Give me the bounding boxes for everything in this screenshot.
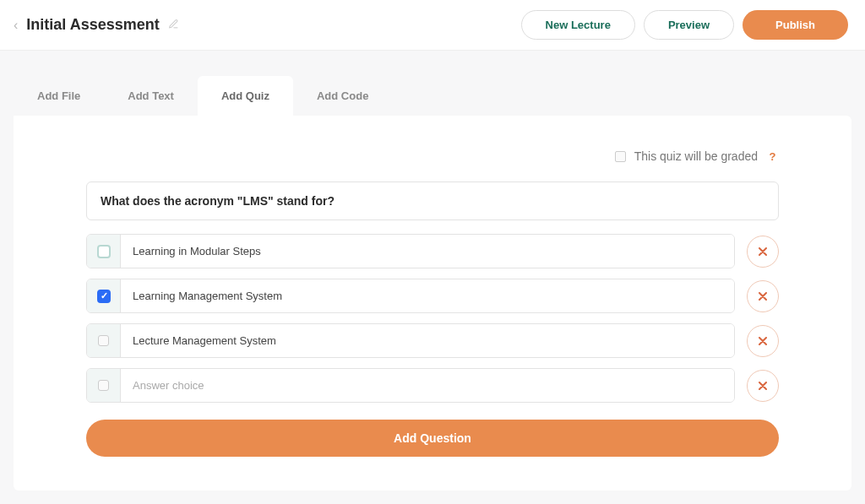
answer-input[interactable] [121, 369, 734, 402]
delete-answer-button[interactable] [747, 325, 779, 357]
checkbox-icon[interactable] [98, 335, 109, 346]
tabs: Add File Add Text Add Quiz Add Code [14, 76, 851, 116]
answer-input[interactable] [121, 279, 734, 312]
answer-body [86, 234, 735, 268]
question-input[interactable] [86, 182, 779, 220]
tab-add-quiz[interactable]: Add Quiz [198, 76, 293, 116]
answer-check-wrap[interactable] [87, 279, 121, 312]
answer-row [86, 234, 779, 268]
new-lecture-button[interactable]: New Lecture [521, 10, 635, 40]
close-icon [759, 382, 767, 390]
graded-checkbox[interactable] [615, 151, 626, 162]
close-icon [759, 292, 767, 301]
answer-row [86, 368, 779, 403]
answer-row [86, 323, 779, 358]
tab-add-code[interactable]: Add Code [293, 76, 392, 116]
answer-body [86, 368, 735, 403]
delete-answer-button[interactable] [747, 236, 779, 268]
delete-answer-button[interactable] [747, 280, 779, 312]
checkbox-icon[interactable] [98, 380, 109, 391]
answer-check-wrap[interactable] [87, 324, 121, 357]
checkbox-icon[interactable] [97, 245, 111, 258]
header-left: ‹ Initial Assessment [14, 16, 179, 34]
content-area: Add File Add Text Add Quiz Add Code This… [0, 76, 865, 504]
page-title: Initial Assessment [26, 16, 159, 34]
pencil-icon[interactable] [168, 19, 179, 32]
delete-answer-button[interactable] [747, 370, 779, 402]
header-actions: New Lecture Preview Publish [521, 10, 848, 40]
quiz-panel: This quiz will be graded ? [14, 116, 851, 490]
answer-row [86, 279, 779, 313]
tab-add-text[interactable]: Add Text [104, 76, 198, 116]
graded-row: This quiz will be graded ? [86, 149, 779, 163]
help-icon[interactable]: ? [766, 150, 779, 163]
answer-body [86, 279, 735, 313]
answer-input[interactable] [121, 235, 734, 268]
answer-body [86, 323, 735, 358]
tab-add-file[interactable]: Add File [14, 76, 104, 116]
answer-input[interactable] [121, 324, 734, 357]
graded-label: This quiz will be graded [634, 149, 758, 163]
preview-button[interactable]: Preview [644, 10, 734, 40]
answer-check-wrap[interactable] [87, 235, 121, 268]
close-icon [759, 247, 767, 256]
publish-button[interactable]: Publish [743, 10, 848, 40]
close-icon [759, 337, 767, 345]
add-question-button[interactable]: Add Question [86, 420, 779, 457]
answer-check-wrap[interactable] [87, 369, 121, 402]
checkbox-icon[interactable] [97, 290, 111, 303]
back-icon[interactable]: ‹ [14, 18, 18, 33]
page-header: ‹ Initial Assessment New Lecture Preview… [0, 0, 865, 51]
